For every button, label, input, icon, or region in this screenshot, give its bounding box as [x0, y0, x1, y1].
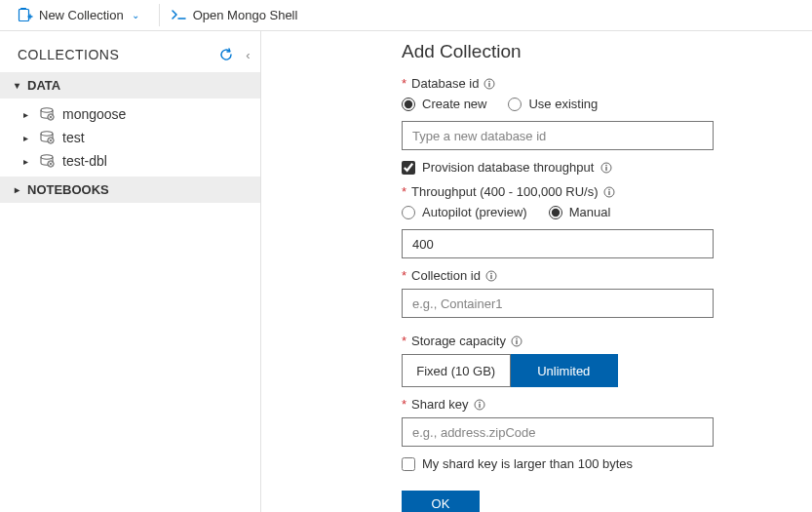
database-id-input[interactable] [402, 121, 714, 150]
collapse-sidebar-button[interactable]: ‹ [246, 48, 251, 62]
throughput-input[interactable] [402, 229, 714, 258]
large-shard-checkbox[interactable] [402, 457, 415, 471]
tree-item-mongoose[interactable]: ▸ mongoose [0, 102, 260, 126]
new-collection-label: New Collection [39, 8, 124, 22]
info-icon[interactable] [603, 186, 615, 198]
svg-rect-16 [606, 167, 607, 171]
new-collection-icon [18, 8, 33, 23]
tree-section-notebooks[interactable]: ▸ NOTEBOOKS [0, 177, 260, 203]
svg-point-21 [490, 272, 492, 274]
svg-point-24 [516, 337, 518, 339]
svg-rect-25 [516, 340, 517, 344]
svg-point-10 [50, 163, 52, 165]
throughput-autopilot-radio[interactable]: Autopilot (preview) [402, 205, 527, 219]
svg-rect-22 [490, 275, 491, 279]
terminal-icon [172, 8, 187, 23]
chevron-down-icon: ⌄ [132, 10, 139, 20]
provision-throughput-label: Provision database throughput [422, 160, 594, 175]
refresh-button[interactable] [218, 47, 234, 62]
info-icon[interactable] [474, 399, 485, 411]
collection-id-label: * Collection id [402, 268, 812, 283]
storage-fixed-option[interactable]: Fixed (10 GB) [402, 354, 511, 387]
database-icon [39, 106, 55, 122]
svg-point-8 [41, 155, 53, 159]
tree-item-test-dbl[interactable]: ▸ test-dbl [0, 149, 260, 173]
svg-point-12 [489, 80, 491, 82]
info-icon[interactable] [483, 78, 495, 90]
ok-button[interactable]: OK [402, 491, 480, 512]
database-icon [39, 130, 55, 145]
throughput-manual-radio[interactable]: Manual [549, 205, 611, 219]
info-icon[interactable] [600, 162, 612, 174]
chevron-right-icon: ▸ [23, 156, 31, 167]
database-icon [39, 153, 55, 169]
new-collection-button[interactable]: New Collection ⌄ [12, 0, 153, 30]
chevron-down-icon: ▾ [12, 80, 21, 91]
tree-item-label: test [62, 130, 85, 145]
topbar: New Collection ⌄ Open Mongo Shell [0, 0, 812, 31]
db-use-existing-radio[interactable]: Use existing [508, 97, 598, 111]
collection-id-input[interactable] [402, 289, 714, 318]
database-id-label: * Database id [402, 76, 812, 91]
open-shell-label: Open Mongo Shell [193, 8, 298, 22]
storage-unlimited-option[interactable]: Unlimited [511, 354, 619, 387]
svg-point-2 [41, 108, 53, 112]
tree-item-test[interactable]: ▸ test [0, 126, 260, 149]
svg-rect-0 [19, 9, 29, 20]
chevron-right-icon: ▸ [23, 133, 31, 143]
svg-rect-13 [489, 83, 490, 87]
svg-rect-19 [608, 191, 609, 195]
tree-section-data[interactable]: ▾ DATA [0, 72, 260, 98]
svg-point-27 [479, 401, 481, 403]
svg-rect-28 [479, 404, 480, 408]
sidebar-title: COLLECTIONS [18, 47, 218, 62]
tree-item-label: mongoose [62, 106, 126, 122]
provision-throughput-checkbox[interactable] [402, 161, 415, 175]
svg-point-18 [608, 188, 610, 190]
divider [159, 4, 160, 26]
shard-key-input[interactable] [402, 417, 714, 447]
storage-capacity-toggle: Fixed (10 GB) Unlimited [402, 354, 618, 387]
tree-data-children: ▸ mongoose ▸ test ▸ [0, 98, 260, 177]
svg-point-5 [41, 132, 53, 136]
tree-section-label: NOTEBOOKS [27, 182, 109, 197]
sidebar: COLLECTIONS ‹ ▾ DATA ▸ [0, 31, 261, 512]
large-shard-label: My shard key is larger than 100 bytes [422, 456, 633, 471]
throughput-label: * Throughput (400 - 100,000 RU/s) [402, 184, 812, 199]
storage-capacity-label: * Storage capacity [402, 334, 812, 348]
tree-item-label: test-dbl [62, 153, 107, 169]
shard-key-label: * Shard key [402, 397, 812, 412]
svg-point-15 [606, 164, 608, 166]
info-icon[interactable] [485, 270, 497, 282]
main-empty-area [261, 31, 378, 512]
chevron-right-icon: ▸ [12, 184, 21, 195]
db-create-new-radio[interactable]: Create new [402, 97, 486, 111]
open-shell-button[interactable]: Open Mongo Shell [166, 0, 312, 30]
svg-rect-1 [20, 8, 26, 10]
chevron-right-icon: ▸ [23, 109, 31, 120]
panel-heading: Add Collection [402, 41, 812, 62]
tree-section-label: DATA [27, 78, 60, 93]
add-collection-panel: Add Collection * Database id Create new … [378, 31, 812, 512]
info-icon[interactable] [511, 335, 522, 347]
svg-point-7 [50, 139, 52, 141]
svg-point-4 [50, 116, 52, 118]
